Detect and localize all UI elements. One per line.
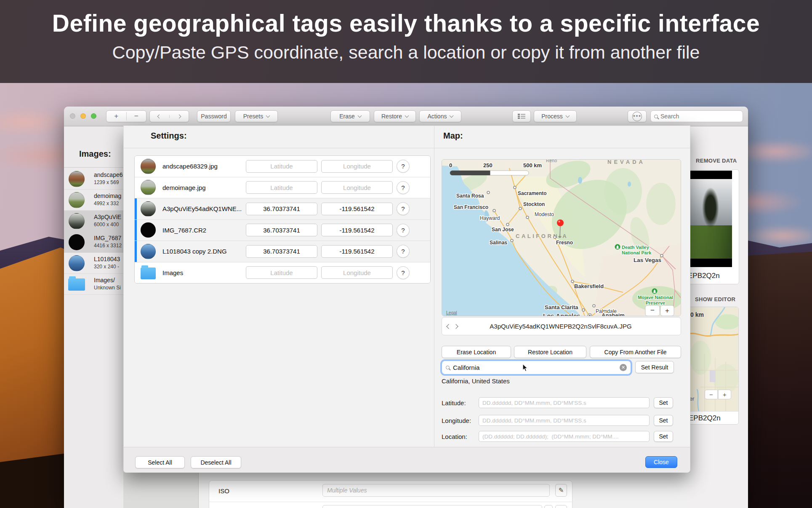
- actions-dropdown[interactable]: Actions: [419, 110, 461, 122]
- erase-location-button[interactable]: Erase Location: [442, 346, 511, 358]
- back-button[interactable]: [150, 115, 169, 118]
- iso-field[interactable]: Multiple Values: [322, 484, 550, 497]
- help-button[interactable]: ?: [397, 224, 410, 237]
- iso-label: ISO: [218, 487, 229, 495]
- remove-button[interactable]: −: [126, 112, 146, 120]
- map-city: Fresno: [556, 240, 573, 246]
- remove-data-header: REMOVE DATA: [696, 158, 737, 164]
- sidebar-image-item[interactable]: L1018043 320 x 240 -: [64, 253, 123, 274]
- image-size: 320 x 240 -: [94, 264, 119, 270]
- latitude-input[interactable]: [246, 245, 317, 258]
- banner-headline: Define geographical tags easily thanks t…: [0, 9, 812, 37]
- map-view[interactable]: 0 250 500 km Reno NEVADA CALIFORNIA: [442, 159, 681, 316]
- mini-map-card: 0 km ier − + EPB2Q2n: [687, 307, 739, 425]
- presets-dropdown[interactable]: Presets: [235, 110, 278, 122]
- fnumber-field[interactable]: Multiple Values: [322, 505, 542, 508]
- add-button[interactable]: +: [106, 112, 126, 120]
- latitude-input[interactable]: [246, 203, 317, 215]
- minimize-window-button[interactable]: [80, 113, 86, 119]
- map-city: Hayward: [480, 215, 500, 221]
- select-all-button[interactable]: Select All: [135, 456, 185, 468]
- help-button[interactable]: ?: [397, 160, 410, 173]
- image-thumbnail: [69, 213, 85, 229]
- photo-preview-card: EPB2Q2n: [686, 169, 739, 284]
- longitude-input[interactable]: [321, 160, 393, 173]
- file-name: IMG_7687.CR2: [162, 227, 246, 234]
- clear-search-button[interactable]: ✕: [620, 364, 627, 371]
- file-row-selected[interactable]: IMG_7687.CR2 ?: [135, 219, 430, 241]
- close-window-button[interactable]: [70, 113, 75, 119]
- latitude-input[interactable]: [246, 181, 317, 194]
- help-button[interactable]: ?: [397, 245, 410, 258]
- chevron-down-icon: [450, 113, 454, 118]
- zoom-window-button[interactable]: [91, 113, 96, 119]
- set-result-button[interactable]: Set Result: [635, 361, 674, 373]
- map-zoom-controls: − +: [645, 305, 674, 316]
- file-row-selected[interactable]: A3pQuViEy54adKQ1WNE... ?: [135, 198, 430, 219]
- map-city: Las Vegas: [634, 257, 661, 263]
- sidebar-image-item-selected[interactable]: A3pQuViE 6000 x 400: [64, 211, 123, 232]
- folder-row[interactable]: Images ?: [135, 262, 430, 283]
- erase-dropdown[interactable]: Erase: [330, 110, 370, 122]
- image-size: Unknown Si: [94, 285, 121, 291]
- folder-icon: [68, 278, 85, 291]
- set-longitude-button[interactable]: Set: [654, 415, 673, 426]
- location-search-input[interactable]: [453, 364, 620, 371]
- sidebar-image-item[interactable]: andscape6 1239 x 569: [64, 168, 123, 190]
- view-options-button[interactable]: [512, 110, 531, 122]
- sidebar-image-item[interactable]: demoimag 4992 x 332: [64, 190, 123, 211]
- file-row-selected[interactable]: L1018043 copy 2.DNG ?: [135, 241, 430, 262]
- more-options-button[interactable]: ●●●: [628, 110, 647, 122]
- file-row[interactable]: andscape68329.jpg ?: [135, 156, 430, 177]
- gps-dialog: Settings: Map: andscape68329.jpg ? demoi…: [123, 126, 690, 473]
- latitude-input[interactable]: [246, 224, 317, 236]
- forward-button[interactable]: [169, 115, 189, 118]
- file-name: andscape68329.jpg: [162, 163, 246, 170]
- longitude-input[interactable]: [321, 245, 393, 258]
- close-button[interactable]: Close: [645, 456, 677, 468]
- mini-zoom-in-button[interactable]: +: [718, 390, 731, 399]
- help-button[interactable]: ?: [397, 266, 410, 279]
- stepper-button[interactable]: [544, 505, 553, 508]
- search-input[interactable]: [660, 113, 739, 120]
- latitude-input[interactable]: [246, 160, 317, 173]
- copy-from-file-button[interactable]: Copy From Another File: [590, 346, 681, 358]
- image-name: IMG_7687: [94, 235, 121, 241]
- longitude-field[interactable]: [479, 415, 650, 426]
- edit-pencil-button[interactable]: ✎: [555, 505, 567, 508]
- background-window-gutter: [123, 473, 199, 508]
- map-canvas: 0 250 500 km Reno NEVADA CALIFORNIA: [442, 160, 681, 316]
- restore-dropdown[interactable]: Restore: [374, 110, 416, 122]
- restore-location-button[interactable]: Restore Location: [514, 346, 586, 358]
- set-location-button[interactable]: Set: [654, 431, 673, 442]
- window-toolbar: + − Password Presets Erase Restore Actio…: [64, 107, 748, 126]
- process-dropdown[interactable]: Process: [534, 110, 577, 122]
- set-latitude-button[interactable]: Set: [654, 397, 673, 408]
- deselect-all-button[interactable]: Deselect All: [191, 456, 241, 468]
- mini-zoom-out-button[interactable]: −: [705, 390, 718, 399]
- longitude-input[interactable]: [321, 181, 393, 194]
- longitude-input[interactable]: [321, 203, 393, 215]
- image-name: Images/: [94, 277, 115, 283]
- latitude-field[interactable]: [479, 397, 650, 408]
- sidebar-image-item-selected[interactable]: IMG_7687 4416 x 3312: [64, 232, 123, 253]
- location-label: Location:: [442, 433, 467, 440]
- sidebar-folder-item[interactable]: Images/ Unknown Si: [64, 274, 123, 295]
- map-city: Santa Clarita: [545, 304, 578, 310]
- image-name: A3pQuViE: [94, 214, 121, 220]
- sidebar-title: Images:: [79, 149, 111, 159]
- help-button[interactable]: ?: [397, 202, 410, 215]
- edit-pencil-button[interactable]: ✎: [555, 484, 567, 497]
- help-button[interactable]: ?: [397, 181, 410, 194]
- longitude-input[interactable]: [321, 266, 393, 279]
- previous-file-button[interactable]: [446, 324, 451, 329]
- file-row[interactable]: demoimage.jpg ?: [135, 177, 430, 198]
- password-button[interactable]: Password: [197, 110, 231, 122]
- selection-bar: [135, 220, 137, 241]
- latitude-label: Latitude:: [442, 399, 466, 406]
- location-field[interactable]: [479, 431, 650, 442]
- latitude-input[interactable]: [246, 266, 317, 279]
- photo-preview: [689, 171, 732, 267]
- longitude-input[interactable]: [321, 224, 393, 236]
- legal-link[interactable]: Legal: [446, 310, 457, 315]
